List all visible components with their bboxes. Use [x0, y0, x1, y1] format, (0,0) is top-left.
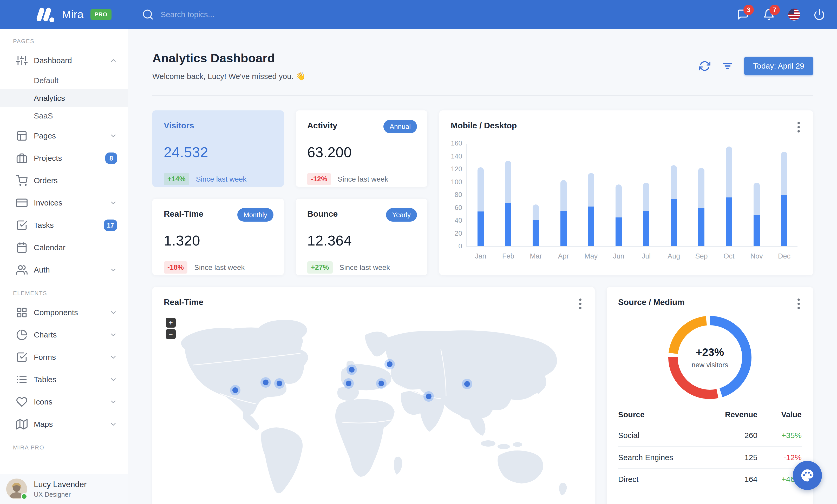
- table-cell: +35%: [758, 431, 802, 440]
- sidebar-item-auth[interactable]: Auth: [0, 259, 128, 281]
- sidebar-item-invoices[interactable]: Invoices: [0, 192, 128, 214]
- bar-mobile-segment: [698, 208, 705, 246]
- bar-mobile-segment: [505, 203, 511, 246]
- x-axis-label: Mar: [523, 252, 549, 260]
- messages-button[interactable]: 3: [736, 8, 750, 21]
- y-axis-tick: 140: [450, 152, 462, 160]
- users-icon: [16, 264, 28, 276]
- brand[interactable]: Mira PRO: [0, 6, 128, 23]
- sidebar-item-calendar[interactable]: Calendar: [0, 237, 128, 259]
- theme-settings-button[interactable]: [793, 461, 822, 490]
- table-row: Search Engines125-12%: [618, 446, 802, 468]
- sidebar-count-badge: 8: [105, 152, 117, 164]
- chevron-down-icon: [109, 398, 117, 406]
- x-axis-label: Jan: [468, 252, 494, 260]
- brand-name: Mira: [62, 8, 84, 21]
- map-zoom-in-button[interactable]: +: [166, 318, 176, 328]
- filter-button[interactable]: [721, 60, 734, 72]
- stat-delta-badge: -18%: [164, 261, 188, 274]
- map-marker[interactable]: [424, 391, 434, 402]
- x-axis-label: Jul: [633, 252, 659, 260]
- users-icon: [16, 264, 28, 276]
- sidebar-item-projects[interactable]: Projects8: [0, 147, 128, 169]
- mobile-desktop-panel: Mobile / Desktop 020406080100120140160Ja…: [439, 110, 813, 275]
- sidebar-item-icons[interactable]: Icons: [0, 391, 128, 413]
- today-date-button[interactable]: Today: April 29: [744, 57, 813, 75]
- notifications-button[interactable]: 7: [762, 8, 776, 21]
- sidebar-subitem-analytics[interactable]: Analytics: [0, 89, 128, 107]
- bar-mobile-segment: [643, 211, 649, 246]
- sidebar-item-pages[interactable]: Pages: [0, 125, 128, 147]
- chevron-down-icon: [109, 376, 117, 384]
- refresh-button[interactable]: [698, 60, 711, 72]
- column-header: Value: [758, 410, 802, 419]
- x-axis-label: Aug: [661, 252, 687, 260]
- messages-count-badge: 3: [744, 5, 754, 15]
- map-marker[interactable]: [343, 378, 354, 389]
- panel-title-mobile-desktop: Mobile / Desktop: [451, 121, 802, 130]
- map-marker[interactable]: [274, 378, 285, 389]
- check-square-icon: [16, 220, 28, 231]
- sidebar-item-maps[interactable]: Maps: [0, 413, 128, 435]
- sidebar-item-components[interactable]: Components: [0, 301, 128, 324]
- sidebar-item-label: Dashboard: [34, 56, 72, 65]
- mira-logo-icon: [36, 6, 55, 23]
- sidebar-item-forms[interactable]: Forms: [0, 346, 128, 368]
- sidebar: PAGESDashboardDefaultAnalyticsSaaSPagesP…: [0, 29, 128, 504]
- cart-icon: [16, 175, 28, 186]
- chevron-down-icon: [109, 199, 117, 207]
- grid-icon: [16, 307, 28, 318]
- sidebar-item-tasks[interactable]: Tasks17: [0, 214, 128, 237]
- bar-mobile-segment: [560, 211, 567, 246]
- language-flag-us[interactable]: [788, 8, 800, 20]
- map-marker[interactable]: [261, 377, 271, 388]
- sidebar-item-orders[interactable]: Orders: [0, 169, 128, 192]
- bar-mobile-segment: [616, 218, 622, 246]
- sidebar-section-label: PAGES: [0, 29, 128, 49]
- user-menu[interactable]: Lucy Lavender UX Designer: [0, 474, 128, 504]
- map-marker[interactable]: [462, 379, 472, 389]
- user-role: UX Designer: [34, 491, 87, 498]
- column-header: Source: [618, 410, 703, 419]
- map-marker[interactable]: [346, 365, 357, 375]
- header-actions: Today: April 29: [698, 57, 813, 75]
- x-axis-label: Sep: [688, 252, 714, 260]
- x-axis-label: May: [578, 252, 604, 260]
- y-axis-tick: 100: [450, 178, 462, 186]
- chevron-down-icon: [109, 309, 117, 316]
- y-axis-tick: 0: [450, 242, 462, 250]
- sidebar-subitem-default[interactable]: Default: [0, 72, 128, 89]
- realtime-map-panel: Real-Time + −: [152, 287, 595, 504]
- search-input[interactable]: [161, 10, 343, 19]
- chevron-down-icon: [109, 331, 117, 339]
- map-zoom-out-button[interactable]: −: [166, 329, 176, 339]
- map-marker[interactable]: [385, 359, 395, 369]
- bar-dec: [781, 152, 787, 246]
- sidebar-item-label: Pages: [34, 131, 56, 140]
- pie-chart-icon: [16, 329, 28, 341]
- sidebar-item-charts[interactable]: Charts: [0, 324, 128, 346]
- map-marker[interactable]: [376, 378, 387, 389]
- chevron-down-icon: [109, 266, 117, 274]
- sidebar-item-tables[interactable]: Tables: [0, 368, 128, 391]
- panel-menu-button[interactable]: [575, 297, 585, 310]
- sidebar-item-dashboard[interactable]: Dashboard: [0, 49, 128, 72]
- check-square-icon: [16, 352, 28, 363]
- chevron-down-icon: [109, 331, 117, 339]
- layout-icon: [16, 130, 28, 142]
- sidebar-subitem-saas[interactable]: SaaS: [0, 107, 128, 125]
- map-marker[interactable]: [230, 385, 241, 395]
- sign-out-button[interactable]: [813, 8, 826, 21]
- donut-center-label: new visitors: [691, 361, 728, 369]
- stat-caption: Since last week: [194, 263, 245, 272]
- stat-period-badge: Monthly: [237, 208, 273, 222]
- chevron-down-icon: [109, 421, 117, 428]
- pro-badge: PRO: [90, 9, 111, 20]
- list-icon: [16, 374, 28, 385]
- list-icon: [16, 374, 28, 385]
- grid-icon: [16, 307, 28, 318]
- panel-menu-button[interactable]: [793, 297, 804, 310]
- source-table: SourceRevenueValueSocial260+35%Search En…: [618, 405, 802, 490]
- bar-chart: 020406080100120140160JanFebMarAprMayJunJ…: [451, 130, 802, 258]
- y-axis-tick: 40: [450, 217, 462, 224]
